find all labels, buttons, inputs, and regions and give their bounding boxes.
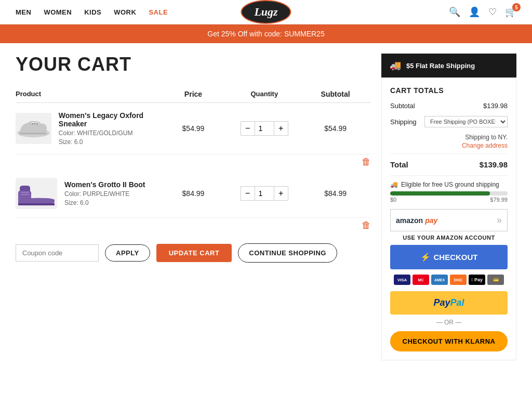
paypal-button[interactable]: PayPal xyxy=(390,291,508,315)
mastercard-icon: MC xyxy=(413,275,429,285)
product-color-1: Color: WHITE/GOLD/GUM xyxy=(59,129,158,137)
checkout-label: CHECKOUT xyxy=(434,253,478,262)
svg-rect-5 xyxy=(21,192,29,193)
visa-icon: VISA xyxy=(394,275,410,285)
cart-sidebar: 🚚 $5 Flat Rate Shipping CART TOTALS Subt… xyxy=(381,54,516,360)
product-size-2: Size: 6.0 xyxy=(64,199,145,206)
cart-main: YOUR CART Product Price Quantity Subtota… xyxy=(16,54,371,360)
product-details-2: Women's Grotto II Boot Color: PURPLE/WHI… xyxy=(64,180,145,206)
coupon-input[interactable] xyxy=(16,244,99,262)
qty-input-1[interactable] xyxy=(255,121,274,136)
svg-point-2 xyxy=(34,123,36,124)
discover-icon: DISC xyxy=(450,275,467,285)
logo[interactable]: Lugz xyxy=(241,0,291,24)
product-name-2[interactable]: Women's Grotto II Boot xyxy=(64,180,145,189)
nav-work[interactable]: WORK xyxy=(114,8,136,16)
bolt-icon: ⚡ xyxy=(420,252,431,262)
qty-input-2[interactable] xyxy=(255,186,274,201)
qty-control-2: − + xyxy=(229,186,300,201)
shipping-select[interactable]: Free Shipping (PO BOXES NOT ALL xyxy=(424,116,508,127)
delete-icon-1[interactable]: 🗑 xyxy=(362,157,371,167)
change-address-link[interactable]: Change address xyxy=(390,142,508,149)
shipping-progress-bar xyxy=(390,191,508,196)
free-ship-text: Eligible for free US ground shipping xyxy=(401,181,499,188)
table-row: Women's Grotto II Boot Color: PURPLE/WHI… xyxy=(16,170,371,218)
promo-text: Get 25% Off with code: SUMMER25 xyxy=(207,30,324,38)
nav-men[interactable]: MEN xyxy=(16,8,31,16)
subtotal-value: $139.98 xyxy=(483,102,508,110)
amazon-pay-button[interactable]: amazon pay » xyxy=(390,209,508,231)
free-shipping-section: 🚚 Eligible for free US ground shipping $… xyxy=(390,181,508,203)
qty-increase-2[interactable]: + xyxy=(274,186,288,201)
shipping-banner-text: $5 Flat Rate Shipping xyxy=(406,62,475,70)
cart-table: Product Price Quantity Subtotal xyxy=(16,86,371,233)
product-image-2 xyxy=(16,178,57,209)
col-header-qty: Quantity xyxy=(229,90,300,98)
cart-badge: 5 xyxy=(512,3,521,11)
product-subtotal-2: $84.99 xyxy=(300,189,371,198)
total-row: Total $139.98 xyxy=(390,153,508,169)
progress-start: $0 xyxy=(390,197,396,203)
nav-women[interactable]: WOMEN xyxy=(44,8,72,16)
qty-decrease-2[interactable]: − xyxy=(241,186,255,201)
svg-point-3 xyxy=(36,123,38,125)
progress-labels: $0 $79.99 xyxy=(390,197,508,203)
qty-decrease-1[interactable]: − xyxy=(241,121,255,136)
truck-icon: 🚚 xyxy=(390,60,401,71)
nav-kids[interactable]: KIDS xyxy=(84,8,101,16)
arrow-right-icon: » xyxy=(497,215,502,226)
product-info-1: Women's Legacy Oxford Sneaker Color: WHI… xyxy=(16,111,158,146)
cart-totals-title: CART TOTALS xyxy=(390,86,508,95)
cart-header: Product Price Quantity Subtotal xyxy=(16,86,371,103)
shipping-label: Shipping xyxy=(390,118,417,126)
cart-totals: CART TOTALS Subtotal $139.98 Shipping Fr… xyxy=(381,77,516,360)
progress-end: $79.99 xyxy=(490,197,508,203)
table-row: Women's Legacy Oxford Sneaker Color: WHI… xyxy=(16,103,371,154)
shipping-row: Shipping Free Shipping (PO BOXES NOT ALL xyxy=(390,116,508,127)
col-header-price: Price xyxy=(158,90,229,98)
product-details-1: Women's Legacy Oxford Sneaker Color: WHI… xyxy=(59,111,158,146)
account-icon[interactable]: 👤 xyxy=(469,6,480,18)
search-icon[interactable]: 🔍 xyxy=(449,6,460,18)
generic-card-icon: 💳 xyxy=(487,275,504,285)
cart-icon[interactable]: 🛒 5 xyxy=(505,6,516,18)
divider-1 xyxy=(390,175,508,176)
amazon-logo: amazon pay xyxy=(396,216,437,225)
boot-shoe-img xyxy=(16,180,57,206)
product-name-1[interactable]: Women's Legacy Oxford Sneaker xyxy=(59,111,143,128)
svg-point-1 xyxy=(32,123,33,125)
apply-coupon-button[interactable]: APPLY xyxy=(105,244,150,262)
product-image-1 xyxy=(16,113,51,144)
truck-small-icon: 🚚 xyxy=(390,181,398,188)
svg-rect-6 xyxy=(21,194,29,195)
header-icons: 🔍 👤 ♡ 🛒 5 xyxy=(449,6,516,18)
amazon-pay-suffix: pay xyxy=(425,216,437,225)
subtotal-row: Subtotal $139.98 xyxy=(390,102,508,110)
apple-pay-icon:  Pay xyxy=(469,275,485,285)
product-color-2: Color: PURPLE/WHITE xyxy=(64,190,145,198)
delete-row-2: 🗑 xyxy=(16,218,371,233)
payment-icons: VISA MC AMEX DISC  Pay 💳 xyxy=(390,275,508,285)
qty-control-1: − + xyxy=(229,121,300,136)
promo-banner: Get 25% Off with code: SUMMER25 xyxy=(0,24,532,43)
subtotal-label: Subtotal xyxy=(390,102,415,110)
wishlist-icon[interactable]: ♡ xyxy=(488,6,497,18)
delete-icon-2[interactable]: 🗑 xyxy=(362,220,371,231)
klarna-button[interactable]: CHECKOUT WITH KLARNA xyxy=(390,331,508,351)
page-title: YOUR CART xyxy=(16,54,371,75)
update-cart-button[interactable]: UPDATE CART xyxy=(156,244,232,262)
qty-increase-1[interactable]: + xyxy=(274,121,288,136)
amex-icon: AMEX xyxy=(431,275,448,285)
shipping-banner: 🚚 $5 Flat Rate Shipping xyxy=(381,54,516,77)
product-subtotal-1: $54.99 xyxy=(300,124,371,133)
total-label: Total xyxy=(390,160,408,169)
shipping-to: Shipping to NY. xyxy=(390,134,508,141)
delete-row-1: 🗑 xyxy=(16,154,371,170)
product-price-1: $54.99 xyxy=(158,124,229,133)
oxford-shoe-img xyxy=(16,115,51,141)
nav-sale[interactable]: SALE xyxy=(149,8,168,16)
product-info-2: Women's Grotto II Boot Color: PURPLE/WHI… xyxy=(16,178,158,209)
continue-shopping-button[interactable]: CONTINUE SHOPPING xyxy=(238,243,337,263)
checkout-button[interactable]: ⚡ CHECKOUT xyxy=(390,245,508,269)
col-header-product: Product xyxy=(16,90,158,98)
